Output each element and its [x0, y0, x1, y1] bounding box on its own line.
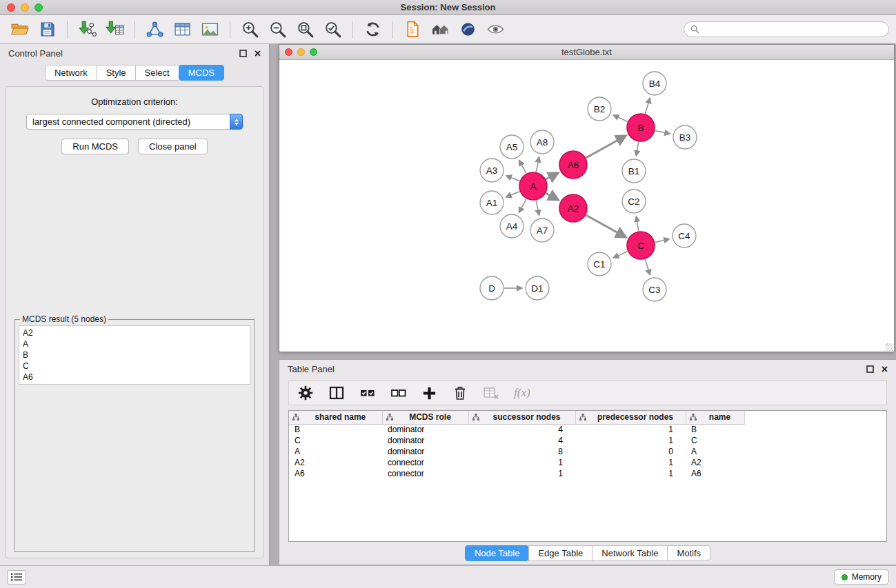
table-cell[interactable]: C [289, 435, 382, 446]
graph-edge-A-A2[interactable] [546, 193, 557, 199]
graph-edge-A-A1[interactable] [506, 192, 519, 197]
show-hide-button[interactable] [483, 18, 508, 41]
import-table-button[interactable] [102, 18, 128, 41]
graph-edge-A-A3[interactable] [507, 176, 520, 181]
apply-style-button[interactable] [455, 18, 481, 41]
graph-node-A4[interactable]: A4 [500, 214, 524, 238]
graph-node-D1[interactable]: D1 [526, 276, 549, 300]
graph-svg[interactable]: B4B2BB3A5A8A6B1A3AC2A1A2A4A7C4CC1C3DD1 [279, 60, 894, 352]
graph-edge-B-B3[interactable] [655, 131, 670, 134]
graph-edge-A-A6[interactable] [546, 173, 558, 179]
graph-node-A[interactable]: A [519, 172, 547, 200]
tab-node-table[interactable]: Node Table [465, 545, 530, 561]
select-all-button[interactable] [359, 385, 376, 401]
graph-edge-C-C3[interactable] [645, 259, 650, 274]
graph-node-B4[interactable]: B4 [643, 72, 666, 95]
table-cell[interactable]: A6 [686, 468, 744, 479]
tab-network-table[interactable]: Network Table [592, 545, 668, 561]
table-cell[interactable]: A [686, 446, 744, 457]
zoom-out-button[interactable] [265, 18, 290, 41]
graph-edge-C-C4[interactable] [655, 239, 669, 242]
table-cell[interactable]: A [289, 446, 382, 457]
tab-style[interactable]: Style [97, 65, 136, 81]
table-cell[interactable]: 1 [575, 457, 686, 468]
graph-edge-A-A7[interactable] [536, 201, 539, 215]
result-item[interactable]: A [23, 338, 246, 349]
close-panel-button[interactable]: Close panel [138, 139, 208, 154]
show-table-button[interactable] [170, 18, 195, 41]
table-row[interactable]: A6connector11A6 [289, 468, 886, 479]
task-history-button[interactable] [7, 570, 26, 585]
add-column-button[interactable] [421, 385, 437, 401]
tab-motifs[interactable]: Motifs [667, 545, 710, 561]
graph-node-D[interactable]: D [480, 276, 504, 300]
table-cell[interactable]: B [686, 424, 744, 435]
graph-node-C3[interactable]: C3 [643, 278, 666, 301]
graph-node-A7[interactable]: A7 [530, 219, 554, 242]
network-view[interactable]: B4B2BB3A5A8A6B1A3AC2A1A2A4A7C4CC1C3DD1 [279, 60, 894, 352]
graph-node-A2[interactable]: A2 [559, 194, 587, 222]
close-window-button[interactable] [7, 3, 15, 12]
table-cell[interactable]: 1 [468, 468, 575, 479]
graph-node-A6[interactable]: A6 [559, 151, 587, 179]
network-window-titlebar[interactable]: testGlobe.txt [279, 45, 894, 60]
result-item[interactable]: B [23, 349, 246, 361]
graph-edge-C-C2[interactable] [637, 217, 639, 232]
column-header-MCDS-role[interactable]: MCDS role [382, 411, 468, 424]
graph-node-C2[interactable]: C2 [622, 190, 646, 213]
graph-node-A1[interactable]: A1 [480, 191, 504, 214]
open-session-button[interactable] [7, 18, 32, 41]
graph-node-B1[interactable]: B1 [622, 159, 646, 183]
graph-edge-A-A4[interactable] [519, 199, 526, 212]
network-zoom-button[interactable] [310, 48, 317, 56]
table-cell[interactable]: dominator [382, 435, 468, 446]
float-panel-icon[interactable] [239, 50, 247, 57]
graph-node-A3[interactable]: A3 [480, 159, 504, 182]
zoom-in-button[interactable] [237, 18, 263, 41]
result-item[interactable]: A2 [23, 327, 246, 338]
table-cell[interactable]: connector [382, 457, 468, 468]
table-cell[interactable]: A2 [686, 457, 744, 468]
show-columns-button[interactable] [328, 385, 345, 401]
deselect-all-button[interactable] [390, 385, 407, 401]
table-row[interactable]: Bdominator41B [289, 424, 886, 435]
table-cell[interactable]: dominator [382, 446, 468, 457]
home-button[interactable] [428, 18, 453, 41]
save-session-button[interactable] [34, 18, 60, 41]
graph-node-A8[interactable]: A8 [530, 130, 554, 154]
table-cell[interactable]: dominator [382, 424, 468, 435]
column-header-predecessor-nodes[interactable]: predecessor nodes [575, 411, 686, 424]
graph-node-A5[interactable]: A5 [500, 135, 524, 159]
tab-select[interactable]: Select [135, 65, 179, 81]
network-close-button[interactable] [285, 48, 292, 56]
table-row[interactable]: Cdominator41C [289, 435, 886, 446]
memory-button[interactable]: Memory [834, 569, 889, 585]
graph-node-B3[interactable]: B3 [673, 125, 697, 149]
graph-edge-A-A8[interactable] [536, 158, 539, 172]
refresh-button[interactable] [360, 18, 386, 41]
graph-edge-B-B2[interactable] [614, 115, 628, 121]
optimization-dropdown[interactable]: largest connected component (directed) [26, 114, 243, 130]
column-header-successor-nodes[interactable]: successor nodes [468, 411, 575, 424]
table-cell[interactable]: 1 [468, 457, 575, 468]
table-cell[interactable]: A2 [289, 457, 382, 468]
neighbors-button[interactable] [400, 18, 426, 41]
zoom-selected-button[interactable] [320, 18, 346, 41]
zoom-window-button[interactable] [34, 3, 43, 12]
search-input[interactable] [703, 25, 882, 34]
table-cell[interactable]: B [289, 424, 382, 435]
float-panel-icon[interactable] [866, 365, 874, 373]
graph-node-C1[interactable]: C1 [588, 252, 611, 276]
table-row[interactable]: Adominator80A [289, 446, 886, 457]
close-icon[interactable]: × [255, 48, 261, 59]
table-cell[interactable]: 1 [575, 468, 686, 479]
export-image-button[interactable] [197, 18, 223, 41]
table-cell[interactable]: 8 [468, 446, 575, 457]
column-header-name[interactable]: name [686, 411, 744, 424]
result-item[interactable]: C [23, 361, 246, 372]
tab-network[interactable]: Network [45, 65, 97, 81]
table-cell[interactable]: 1 [575, 424, 686, 435]
delete-column-button[interactable] [452, 385, 468, 401]
graph-node-C[interactable]: C [627, 232, 655, 259]
table-cell[interactable]: 1 [575, 435, 686, 446]
